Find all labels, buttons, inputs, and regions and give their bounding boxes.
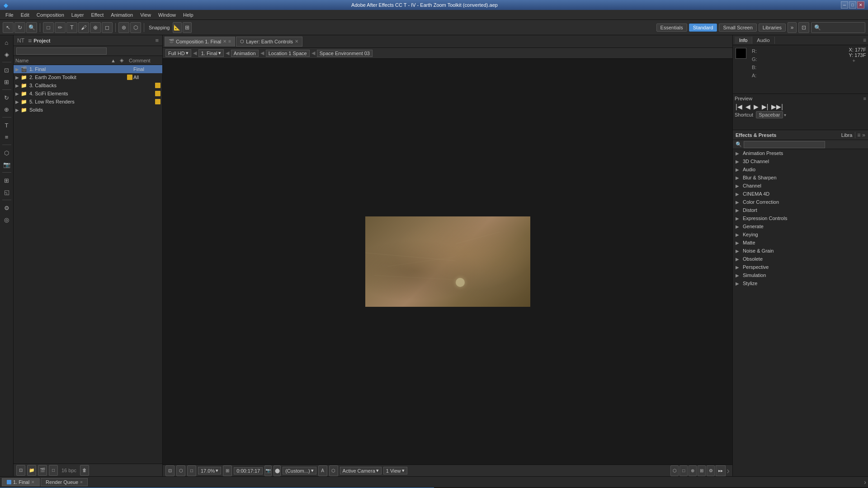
fx-item-perspective[interactable]: ▶ Perspective bbox=[733, 263, 868, 271]
fx-libra-btn[interactable]: Libra bbox=[839, 132, 855, 138]
viewer-btn-a[interactable]: A bbox=[318, 465, 327, 476]
menu-help[interactable]: Help bbox=[179, 11, 197, 19]
tool-layer[interactable]: ⊞ bbox=[1, 76, 12, 87]
project-btn-comp[interactable]: 🎬 bbox=[38, 465, 47, 476]
workspace-settings[interactable]: ⊡ bbox=[798, 22, 809, 33]
tool-camera[interactable]: 📷 bbox=[1, 159, 12, 170]
tool-rotate2[interactable]: ↻ bbox=[1, 92, 12, 103]
comp-name-breadcrumb[interactable]: 1. Final ▾ bbox=[198, 49, 224, 57]
project-item-1-final[interactable]: ▶ 🎬 1. Final Final bbox=[14, 65, 162, 73]
viewer-btn-safe[interactable]: ⬡ bbox=[329, 465, 338, 476]
fx-item-stylize[interactable]: ▶ Stylize bbox=[733, 279, 868, 287]
zoom-selector[interactable]: 17.0% ▾ bbox=[198, 467, 221, 474]
clone-tool[interactable]: ⊕ bbox=[90, 22, 101, 33]
fx-item-audio[interactable]: ▶ Audio bbox=[733, 165, 868, 174]
menu-layer[interactable]: Layer bbox=[68, 11, 88, 19]
search-effects[interactable]: 🔍 bbox=[811, 22, 865, 33]
info-tab-info[interactable]: Info bbox=[735, 37, 752, 44]
timeline-tab-final[interactable]: 1. Final ✕ bbox=[2, 478, 40, 486]
viewer-btn-reg-pt[interactable]: ⊡ bbox=[165, 465, 175, 476]
expand-arrow-4[interactable]: ▶ bbox=[15, 91, 20, 96]
info-plus-btn[interactable]: + bbox=[852, 58, 855, 63]
menu-edit[interactable]: Edit bbox=[17, 11, 33, 19]
expand-arrow-1[interactable]: ▶ bbox=[15, 67, 20, 72]
fx-item-noise-grain[interactable]: ▶ Noise & Grain bbox=[733, 247, 868, 255]
shortcut-key-selector[interactable]: Spacebar ▾ bbox=[756, 111, 786, 118]
viewer-btn-r1[interactable]: ⬡ bbox=[670, 465, 679, 476]
selection-tool[interactable]: ↖ bbox=[3, 22, 14, 33]
prev-last-frame[interactable]: ▶▶| bbox=[770, 103, 784, 110]
custom-selector[interactable]: (Custom...) ▾ bbox=[283, 467, 316, 474]
project-btn-render[interactable]: ⊡ bbox=[16, 465, 25, 476]
viewer-btn-color[interactable]: ⬤ bbox=[274, 465, 281, 476]
workspace-small-screen[interactable]: Small Screen bbox=[719, 23, 756, 32]
tab-layer-earth[interactable]: ⬡ Layer: Earth Controls ✕ bbox=[236, 37, 302, 47]
resolution-selector[interactable]: Full HD ▾ bbox=[165, 49, 191, 57]
prev-play[interactable]: ▶ bbox=[753, 103, 760, 110]
prev-prev-frame[interactable]: ◀ bbox=[745, 103, 751, 110]
preview-panel-menu[interactable]: ≡ bbox=[863, 96, 866, 101]
menu-effect[interactable]: Effect bbox=[87, 11, 107, 19]
viewer-btn-r4[interactable]: ⊞ bbox=[698, 465, 706, 476]
project-item-4-scifi[interactable]: ▶ 📁 4. SciFi Elements bbox=[14, 89, 162, 98]
fx-item-matte[interactable]: ▶ Matte bbox=[733, 239, 868, 247]
tool-home[interactable]: ⌂ bbox=[1, 37, 12, 48]
project-btn-delete[interactable]: 🗑 bbox=[80, 465, 89, 476]
tool-view[interactable]: ◈ bbox=[1, 49, 12, 60]
maximize-button[interactable]: □ bbox=[849, 1, 856, 9]
comp-tab-close-1[interactable]: ✕ bbox=[223, 39, 226, 44]
fx-item-obsolete[interactable]: ▶ Obsolete bbox=[733, 255, 868, 263]
workspace-essentials[interactable]: Essentials bbox=[656, 23, 687, 32]
fx-item-color-correction[interactable]: ▶ Color Correction bbox=[733, 198, 868, 206]
pen-tool[interactable]: ✏ bbox=[55, 22, 66, 33]
fx-item-expression-controls[interactable]: ▶ Expression Controls bbox=[733, 214, 868, 222]
snap-options[interactable]: ⊞ bbox=[183, 22, 192, 33]
comp-tab-menu-1[interactable]: ≡ bbox=[228, 39, 231, 44]
menu-file[interactable]: File bbox=[2, 11, 17, 19]
tool-paint[interactable]: ⬡ bbox=[1, 147, 12, 158]
workspace-standard[interactable]: Standard bbox=[689, 23, 717, 32]
fx-item-animation-presets[interactable]: ▶ Animation Presets bbox=[733, 149, 868, 157]
fx-item-generate[interactable]: ▶ Generate bbox=[733, 222, 868, 230]
viewer-btn-r5[interactable]: ⚙ bbox=[707, 465, 715, 476]
project-item-3-callbacks[interactable]: ▶ 📁 3. Callbacks bbox=[14, 81, 162, 89]
fx-search-input[interactable] bbox=[744, 141, 825, 148]
menu-animation[interactable]: Animation bbox=[107, 11, 137, 19]
fx-item-simulation[interactable]: ▶ Simulation bbox=[733, 271, 868, 279]
expand-arrow-5[interactable]: ▶ bbox=[15, 99, 20, 104]
layer-tab-close-1[interactable]: ✕ bbox=[295, 39, 298, 44]
timeline-tab-render-queue[interactable]: Render Queue ≡ bbox=[41, 478, 87, 486]
tool-puppet[interactable]: ◎ bbox=[1, 214, 12, 225]
viewer-btn-camera[interactable]: 📷 bbox=[264, 465, 272, 476]
fx-item-blur-sharpen[interactable]: ▶ Blur & Sharpen bbox=[733, 174, 868, 182]
minimize-button[interactable]: ─ bbox=[841, 1, 848, 9]
prev-first-frame[interactable]: |◀ bbox=[735, 103, 743, 110]
tool-align[interactable]: ≡ bbox=[1, 131, 12, 142]
tool-composition[interactable]: ⊡ bbox=[1, 65, 12, 75]
tl-tab-menu-2[interactable]: ≡ bbox=[80, 480, 82, 484]
viewer-right-expand[interactable]: ▸▸ bbox=[716, 465, 726, 476]
menu-composition[interactable]: Composition bbox=[33, 11, 68, 19]
fx-item-channel[interactable]: ▶ Channel bbox=[733, 182, 868, 190]
workspace-expand[interactable]: » bbox=[788, 22, 797, 33]
tool-text2[interactable]: T bbox=[1, 120, 12, 131]
timecode-display[interactable]: 0:00:17:17 bbox=[234, 467, 263, 474]
expand-arrow-solids[interactable]: ▶ bbox=[15, 108, 20, 113]
viewer-btn-mask[interactable]: ⬡ bbox=[176, 465, 185, 476]
tool-misc[interactable]: ⚙ bbox=[1, 202, 12, 213]
tool-shapes[interactable]: ◱ bbox=[1, 187, 12, 197]
fx-item-cinema-4d[interactable]: ▶ CINEMA 4D bbox=[733, 190, 868, 198]
fx-panel-menu[interactable]: ≡ bbox=[857, 132, 860, 138]
search-tool[interactable]: 🔍 bbox=[26, 22, 37, 33]
rotate-tool[interactable]: ↻ bbox=[14, 22, 25, 33]
puppet-tool[interactable]: ⊛ bbox=[118, 22, 129, 33]
project-item-5-lowres[interactable]: ▶ 📁 5. Low Res Renders bbox=[14, 98, 162, 106]
viewer-btn-r3[interactable]: ⊕ bbox=[689, 465, 697, 476]
animation-breadcrumb[interactable]: Animation bbox=[231, 50, 259, 57]
panel-expander-right[interactable]: › bbox=[726, 465, 730, 476]
project-search-input[interactable] bbox=[16, 47, 107, 55]
tool-anchor[interactable]: ⊕ bbox=[1, 104, 12, 115]
prev-next-frame[interactable]: ▶| bbox=[761, 103, 769, 110]
fx-panel-expand[interactable]: » bbox=[862, 132, 865, 138]
viewer-btn-draft[interactable]: □ bbox=[187, 465, 196, 476]
